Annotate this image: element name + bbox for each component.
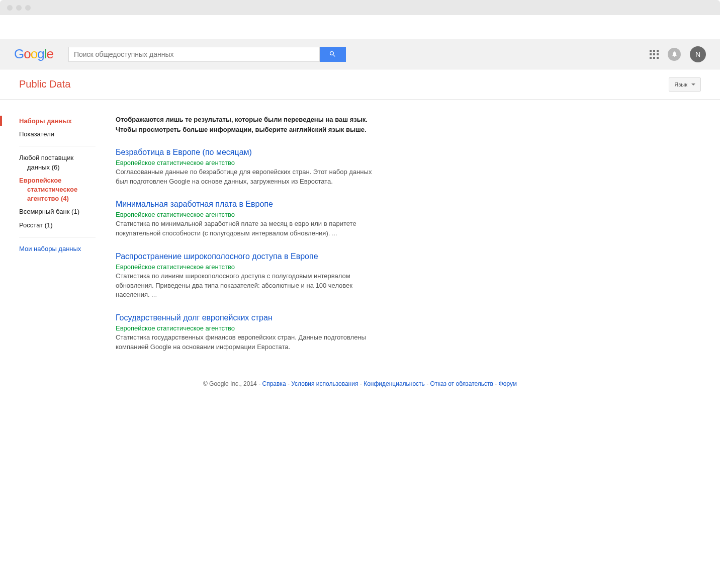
apps-icon[interactable] [650, 50, 659, 59]
footer-link-forum[interactable]: Форум [499, 380, 517, 387]
result-snippet: Статистика по линиям широкополосного дос… [116, 272, 377, 300]
result-source[interactable]: Европейское статистическое агентство [116, 263, 377, 271]
footer-copyright: © Google Inc., 2014 [203, 380, 257, 387]
sidebar-providers-section: Любой поставщик данных (6) Европейское с… [19, 151, 96, 237]
sidebar-nav-section: Наборы данных Показатели [19, 115, 96, 146]
result-snippet: Согласованные данные по безработице для … [116, 167, 377, 187]
sidebar-provider-eurostat[interactable]: Европейское статистическое агентство (4) [19, 174, 96, 206]
footer-link-terms[interactable]: Условия использования [291, 380, 358, 387]
notifications-icon[interactable] [668, 48, 681, 61]
avatar[interactable]: N [690, 46, 706, 62]
window-close-dot[interactable] [7, 5, 13, 11]
sidebar-provider-any-l2: данных (6) [19, 163, 60, 172]
result-title[interactable]: Минимальная заработная плата в Европе [116, 199, 377, 210]
sidebar-my-datasets[interactable]: Мои наборы данных [19, 242, 96, 256]
active-indicator [0, 116, 2, 126]
google-logo[interactable]: Google [14, 46, 53, 62]
language-label: Язык [674, 81, 687, 88]
result-snippet: Статистика государственных финансов евро… [116, 333, 377, 352]
translation-notice: Отображаются лишь те результаты, которые… [116, 115, 377, 134]
search-result: Распространение широкополосного доступа … [116, 251, 377, 300]
sidebar-provider-worldbank[interactable]: Всемирный банк (1) [19, 205, 96, 218]
search-result: Безработица в Европе (по месяцам)Европей… [116, 147, 377, 186]
result-title[interactable]: Распространение широкополосного доступа … [116, 251, 377, 262]
footer-link-privacy[interactable]: Конфиденциальность [364, 380, 425, 387]
page-title[interactable]: Public Data [19, 78, 70, 90]
sidebar-item-datasets[interactable]: Наборы данных [19, 115, 96, 128]
search-result: Минимальная заработная плата в ЕвропеЕвр… [116, 199, 377, 238]
sidebar-provider-eurostat-l1: Европейское [19, 177, 61, 184]
window-min-dot[interactable] [16, 5, 22, 11]
result-source[interactable]: Европейское статистическое агентство [116, 159, 377, 166]
result-title[interactable]: Государственный долг европейских стран [116, 313, 377, 323]
main-results: Отображаются лишь те результаты, которые… [96, 115, 377, 365]
search-form [68, 47, 346, 62]
search-result: Государственный долг европейских странЕв… [116, 313, 377, 352]
footer-link-disclaimer[interactable]: Отказ от обязательств [430, 380, 493, 387]
header-bar: Google N [0, 39, 720, 69]
result-snippet: Статистика по минимальной заработной пла… [116, 219, 377, 238]
notice-l1: Отображаются лишь те результаты, которые… [116, 116, 368, 123]
sidebar: Наборы данных Показатели Любой поставщик… [0, 115, 96, 365]
notice-l2: Чтобы просмотреть больше информации, выб… [116, 126, 367, 133]
chevron-down-icon [691, 83, 695, 86]
sidebar-item-indicators[interactable]: Показатели [19, 128, 96, 141]
result-source[interactable]: Европейское статистическое агентство [116, 211, 377, 218]
browser-toolbar-gap [0, 15, 720, 39]
result-source[interactable]: Европейское статистическое агентство [116, 324, 377, 332]
result-title[interactable]: Безработица в Европе (по месяцам) [116, 147, 377, 158]
sidebar-provider-any[interactable]: Любой поставщик данных (6) [19, 151, 96, 174]
sidebar-provider-rosstat[interactable]: Росстат (1) [19, 219, 96, 232]
subheader: Public Data Язык [0, 69, 720, 100]
sidebar-provider-eurostat-l3: агентство (4) [19, 194, 69, 203]
language-button[interactable]: Язык [669, 77, 701, 92]
footer: © Google Inc., 2014 - Справка - Условия … [0, 365, 720, 407]
search-button[interactable] [320, 47, 346, 62]
header-actions: N [650, 46, 706, 62]
search-icon [329, 50, 336, 58]
sidebar-provider-any-l1: Любой поставщик [19, 154, 73, 161]
search-input[interactable] [68, 47, 320, 62]
browser-chrome [0, 0, 720, 15]
footer-link-help[interactable]: Справка [262, 380, 286, 387]
window-max-dot[interactable] [25, 5, 31, 11]
content: Наборы данных Показатели Любой поставщик… [0, 100, 720, 365]
sidebar-provider-eurostat-l2: статистическое [19, 185, 77, 194]
